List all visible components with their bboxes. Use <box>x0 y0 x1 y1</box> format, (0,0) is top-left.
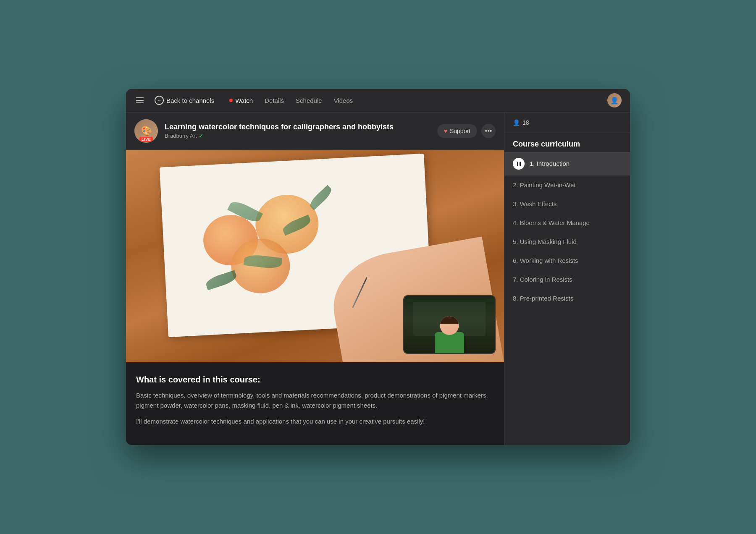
webcam-overlay <box>403 295 496 354</box>
verified-icon: ✓ <box>199 132 204 139</box>
top-nav: ← Back to channels Watch Details Schedul… <box>126 89 630 113</box>
channel-author: Bradburry Art ✓ <box>165 132 430 139</box>
presenter-body <box>435 332 464 353</box>
curriculum-label-4: 4. Blooms & Water Manage <box>513 219 590 226</box>
user-avatar[interactable]: 👤 <box>607 93 622 107</box>
back-label: Back to channels <box>166 97 214 104</box>
leaf-5 <box>204 270 237 291</box>
pause-icon <box>513 158 525 170</box>
hamburger-button[interactable] <box>134 94 148 107</box>
sidebar-header: 👤 18 <box>504 113 630 133</box>
content-area: 🎨 LIVE Learning watercolor techniques fo… <box>126 113 504 445</box>
leaf-4 <box>307 185 334 210</box>
curriculum-item-1[interactable]: 1. Introduction <box>504 152 630 175</box>
channel-avatar: 🎨 LIVE <box>134 119 158 143</box>
curriculum-label-1: 1. Introduction <box>530 160 570 167</box>
curriculum-item-6[interactable]: 6. Working with Resists <box>504 251 630 270</box>
back-to-channels-button[interactable]: ← Back to channels <box>151 94 218 107</box>
channel-header: 🎨 LIVE Learning watercolor techniques fo… <box>126 113 504 150</box>
curriculum-item-3[interactable]: 3. Wash Effects <box>504 194 630 213</box>
tab-details[interactable]: Details <box>260 94 289 107</box>
description-text-1: Basic techniques, overview of terminolog… <box>136 390 494 411</box>
curriculum-label-8: 8. Pre-printed Resists <box>513 295 573 302</box>
description-title: What is covered in this course: <box>136 375 494 385</box>
tab-details-label: Details <box>265 97 284 104</box>
live-badge: LIVE <box>139 137 153 142</box>
tab-watch[interactable]: Watch <box>224 94 258 107</box>
live-dot-icon <box>229 99 233 102</box>
app-window: ← Back to channels Watch Details Schedul… <box>126 89 630 445</box>
viewers-icon: 👤 <box>513 119 520 126</box>
curriculum-item-2[interactable]: 2. Painting Wet-in-Wet <box>504 175 630 194</box>
curriculum-item-7[interactable]: 7. Coloring in Resists <box>504 270 630 289</box>
description-text-2: I'll demonstrate watercolor techniques a… <box>136 416 494 427</box>
curriculum-label-7: 7. Coloring in Resists <box>513 276 572 283</box>
channel-title: Learning watercolor techniques for calli… <box>165 123 430 131</box>
viewers-number: 18 <box>522 119 529 126</box>
description-section: What is covered in this course: Basic te… <box>126 362 504 445</box>
curriculum-item-8[interactable]: 8. Pre-printed Resists <box>504 289 630 308</box>
sidebar: 👤 18 Course curriculum 1. Introduction <box>504 113 630 445</box>
curriculum-label-3: 3. Wash Effects <box>513 200 556 207</box>
curriculum-label-6: 6. Working with Resists <box>513 257 578 264</box>
curriculum-item-5[interactable]: 5. Using Masking Fluid <box>504 232 630 251</box>
viewers-count: 👤 18 <box>513 119 529 126</box>
video-player[interactable] <box>126 150 504 362</box>
curriculum-item-4[interactable]: 4. Blooms & Water Manage <box>504 213 630 232</box>
heart-icon: ♥ <box>444 128 447 134</box>
channel-info: Learning watercolor techniques for calli… <box>165 123 430 139</box>
tab-watch-label: Watch <box>235 97 253 104</box>
webcam-background <box>404 296 495 353</box>
back-icon: ← <box>155 96 164 105</box>
tab-schedule[interactable]: Schedule <box>291 94 327 107</box>
main-layout: 🎨 LIVE Learning watercolor techniques fo… <box>126 113 630 445</box>
more-options-button[interactable]: ••• <box>481 124 496 138</box>
tab-schedule-label: Schedule <box>296 97 322 104</box>
support-button[interactable]: ♥ Support <box>437 124 477 138</box>
pause-bar-left <box>517 162 518 166</box>
pause-icon-inner <box>517 162 521 166</box>
pause-bar-right <box>520 162 521 166</box>
curriculum-label-2: 2. Painting Wet-in-Wet <box>513 181 576 188</box>
curriculum-list: 1. Introduction 2. Painting Wet-in-Wet 3… <box>504 152 630 445</box>
tab-videos-label: Videos <box>334 97 353 104</box>
nav-tabs: Watch Details Schedule Videos <box>224 94 358 107</box>
author-name: Bradburry Art <box>165 133 197 139</box>
sidebar-title: Course curriculum <box>504 133 630 152</box>
tab-videos[interactable]: Videos <box>329 94 358 107</box>
curriculum-label-5: 5. Using Masking Fluid <box>513 238 577 245</box>
channel-actions: ♥ Support ••• <box>437 124 496 138</box>
presenter-head <box>440 316 459 335</box>
support-label: Support <box>450 128 470 134</box>
